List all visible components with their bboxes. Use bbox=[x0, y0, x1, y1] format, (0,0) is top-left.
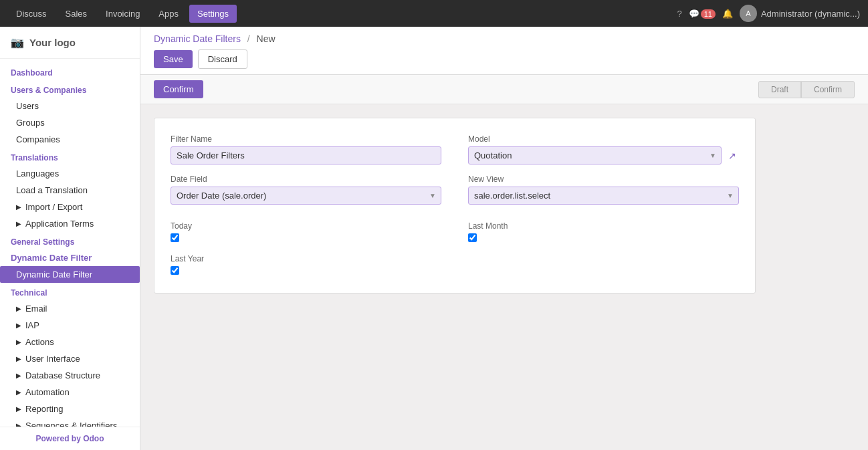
avatar: A bbox=[740, 5, 757, 22]
arrow-icon: ▶ bbox=[16, 405, 21, 413]
sidebar-item-users[interactable]: Users bbox=[0, 98, 140, 114]
save-button[interactable]: Save bbox=[154, 50, 193, 68]
model-select-wrap: Quotation ▼ bbox=[468, 146, 722, 164]
model-input-row: Quotation ▼ ↗ bbox=[468, 146, 739, 164]
last-month-checkbox[interactable] bbox=[468, 233, 477, 242]
arrow-icon: ▶ bbox=[16, 372, 21, 379]
bell-icon[interactable]: 🔔 bbox=[722, 9, 733, 19]
model-row: Model Quotation ▼ bbox=[468, 134, 739, 164]
filter-name-label: Filter Name bbox=[171, 134, 441, 144]
model-select-wrapper: Quotation ▼ bbox=[468, 146, 722, 164]
sidebar-section-general-settings[interactable]: General Settings bbox=[0, 232, 140, 249]
user-menu[interactable]: A Administrator (dynamic...) bbox=[740, 5, 860, 22]
date-field-select-wrapper: Order Date (sale.order) ▼ bbox=[171, 187, 441, 205]
action-bar: Save Discard bbox=[154, 49, 855, 74]
top-navigation: Discuss Sales Invoicing Apps Settings ? … bbox=[0, 0, 868, 27]
nav-settings[interactable]: Settings bbox=[189, 5, 237, 23]
today-checkbox[interactable] bbox=[171, 233, 179, 242]
content-header: Dynamic Date Filters / New Save Discard bbox=[140, 27, 868, 75]
main-layout: 📷 Your logo Dashboard Users & Companies … bbox=[0, 27, 868, 450]
nav-invoicing[interactable]: Invoicing bbox=[98, 5, 148, 23]
breadcrumb-separator: / bbox=[247, 33, 250, 44]
last-year-row: Last Year bbox=[171, 254, 441, 277]
sidebar-item-sequences[interactable]: ▶ Sequences & Identifiers bbox=[0, 417, 140, 427]
new-view-select[interactable]: sale.order.list.select bbox=[468, 187, 739, 205]
sidebar-item-companies[interactable]: Companies bbox=[0, 131, 140, 148]
nav-sales[interactable]: Sales bbox=[58, 5, 96, 23]
filter-name-row: Filter Name bbox=[171, 134, 441, 164]
sidebar-scroll: Dashboard Users & Companies Users Groups… bbox=[0, 59, 140, 427]
model-label: Model bbox=[468, 134, 739, 144]
status-steps: Draft Confirm bbox=[758, 81, 855, 98]
nav-apps[interactable]: Apps bbox=[150, 5, 187, 23]
today-label: Today bbox=[171, 221, 441, 231]
form-area: Filter Name Date Field Order Date (sale.… bbox=[140, 104, 868, 450]
external-link-icon[interactable]: ↗ bbox=[726, 148, 739, 164]
model-select[interactable]: Quotation bbox=[468, 146, 722, 164]
sidebar-item-user-interface[interactable]: ▶ User Interface bbox=[0, 350, 140, 367]
sidebar-powered: Powered by Odoo bbox=[0, 427, 140, 450]
nav-right-area: ? 💬11 🔔 A Administrator (dynamic...) bbox=[677, 5, 860, 22]
arrow-icon: ▶ bbox=[16, 322, 21, 329]
sidebar-section-dynamic-date-filter[interactable]: Dynamic Date Filter bbox=[0, 249, 140, 266]
form-card: Filter Name Date Field Order Date (sale.… bbox=[154, 118, 756, 294]
date-field-label: Date Field bbox=[171, 175, 441, 184]
sidebar-item-import-export[interactable]: ▶ Import / Export bbox=[0, 199, 140, 215]
nav-menu: Discuss Sales Invoicing Apps Settings bbox=[8, 5, 677, 23]
sidebar: 📷 Your logo Dashboard Users & Companies … bbox=[0, 27, 140, 450]
arrow-icon: ▶ bbox=[16, 203, 21, 211]
arrow-icon: ▶ bbox=[16, 338, 21, 346]
sidebar-item-app-terms[interactable]: ▶ Application Terms bbox=[0, 215, 140, 232]
form-grid: Filter Name Date Field Order Date (sale.… bbox=[171, 134, 739, 277]
last-year-checkbox[interactable] bbox=[171, 266, 179, 275]
last-year-label: Last Year bbox=[171, 254, 441, 263]
new-view-select-wrapper: sale.order.list.select ▼ bbox=[468, 187, 739, 205]
breadcrumb-current: New bbox=[257, 33, 276, 44]
sidebar-item-load-translation[interactable]: Load a Translation bbox=[0, 182, 140, 199]
breadcrumb-parent[interactable]: Dynamic Date Filters bbox=[154, 33, 241, 44]
sidebar-item-database-structure[interactable]: ▶ Database Structure bbox=[0, 367, 140, 384]
date-field-row: Date Field Order Date (sale.order) ▼ bbox=[171, 175, 441, 205]
odoo-brand: Odoo bbox=[83, 434, 104, 443]
chat-icon[interactable]: 💬11 bbox=[689, 9, 716, 19]
sidebar-logo: 📷 Your logo bbox=[0, 27, 140, 59]
new-view-label: New View bbox=[468, 175, 739, 184]
arrow-icon: ▶ bbox=[16, 422, 21, 427]
content-area: Dynamic Date Filters / New Save Discard … bbox=[140, 27, 868, 450]
date-field-select[interactable]: Order Date (sale.order) bbox=[171, 187, 441, 205]
sidebar-item-email[interactable]: ▶ Email bbox=[0, 300, 140, 317]
sidebar-item-automation[interactable]: ▶ Automation bbox=[0, 384, 140, 401]
status-bar: Confirm Draft Confirm bbox=[140, 75, 868, 104]
sidebar-item-languages[interactable]: Languages bbox=[0, 165, 140, 182]
arrow-icon: ▶ bbox=[16, 305, 21, 312]
sidebar-section-users-companies[interactable]: Users & Companies bbox=[0, 80, 140, 98]
discard-button[interactable]: Discard bbox=[198, 49, 247, 69]
last-month-row: Last Month bbox=[468, 221, 739, 244]
confirm-action-button[interactable]: Confirm bbox=[154, 80, 203, 98]
nav-discuss[interactable]: Discuss bbox=[8, 5, 55, 23]
left-column: Filter Name Date Field Order Date (sale.… bbox=[171, 134, 441, 277]
new-view-row: New View sale.order.list.select ▼ bbox=[468, 175, 739, 205]
arrow-icon: ▶ bbox=[16, 355, 21, 362]
sidebar-section-dashboard[interactable]: Dashboard bbox=[0, 63, 140, 80]
sidebar-item-actions[interactable]: ▶ Actions bbox=[0, 334, 140, 350]
sidebar-section-technical[interactable]: Technical bbox=[0, 283, 140, 300]
sidebar-section-translations[interactable]: Translations bbox=[0, 148, 140, 165]
chat-badge: 11 bbox=[701, 9, 716, 19]
help-icon[interactable]: ? bbox=[677, 9, 681, 19]
sidebar-item-reporting[interactable]: ▶ Reporting bbox=[0, 401, 140, 417]
sidebar-item-groups[interactable]: Groups bbox=[0, 114, 140, 131]
sidebar-item-iap[interactable]: ▶ IAP bbox=[0, 317, 140, 334]
right-column: Model Quotation ▼ bbox=[468, 134, 739, 277]
filter-name-input[interactable] bbox=[171, 146, 441, 164]
arrow-icon: ▶ bbox=[16, 388, 21, 396]
breadcrumb: Dynamic Date Filters / New bbox=[154, 33, 855, 44]
arrow-icon: ▶ bbox=[16, 220, 21, 227]
logo-icon: 📷 bbox=[11, 36, 24, 49]
sidebar-item-dynamic-date-filter[interactable]: Dynamic Date Filter bbox=[0, 266, 140, 283]
logo-text: Your logo bbox=[29, 37, 76, 48]
today-row: Today bbox=[171, 221, 441, 244]
status-step-draft: Draft bbox=[758, 81, 801, 98]
user-label: Administrator (dynamic...) bbox=[761, 9, 860, 19]
last-month-label: Last Month bbox=[468, 221, 739, 231]
